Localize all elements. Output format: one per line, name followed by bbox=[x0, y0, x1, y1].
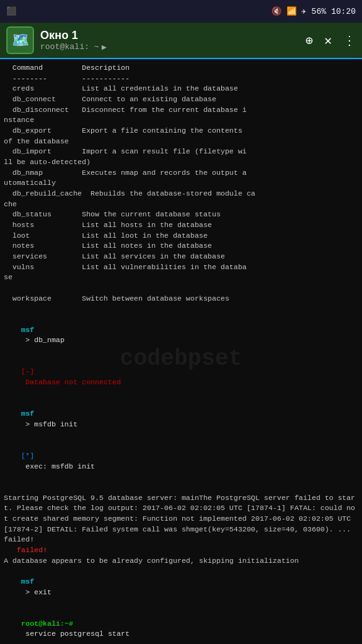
cmd-services: services List all services in the databa… bbox=[4, 252, 358, 262]
cmd-db-disconnect: db_disconnect Disconnect from the curren… bbox=[4, 105, 358, 116]
title-bar: 🗺️ Окно 1 root@kali: ~ ▶ ⊕ ✕ ⋮ bbox=[0, 23, 362, 59]
cmd-db-rebuild: db_rebuild_cache Rebuilds the database-s… bbox=[4, 189, 358, 199]
cmd-loot: loot List all loot in the database bbox=[4, 231, 358, 242]
msf-msfdb-prompt: msf > msfdb init bbox=[4, 399, 358, 441]
battery-percent: 56% bbox=[312, 7, 326, 16]
window-title: Окно 1 bbox=[40, 29, 305, 42]
cmd-db-disconnect-wrap: nstance bbox=[4, 115, 358, 126]
airplane-icon: ✈ bbox=[302, 6, 307, 16]
time-display: 10:20 bbox=[331, 7, 356, 16]
status-right: 🔇 📶 ✈ 56% 10:20 bbox=[272, 6, 356, 16]
cmd-db-import-wrap: ll be auto-detected) bbox=[4, 157, 358, 168]
title-text: Окно 1 root@kali: ~ ▶ bbox=[40, 29, 305, 52]
signal-icon: ▶ bbox=[102, 42, 107, 52]
root-service-cmd: root@kali:~# service postgresql start bbox=[4, 608, 358, 644]
app-icon: 🗺️ bbox=[6, 26, 34, 54]
cmd-db-import: db_import Import a scan result file (fil… bbox=[4, 147, 358, 157]
screen-icon: ⬛ bbox=[6, 6, 16, 16]
cmd-db-connect: db_connect Connect to an existing databa… bbox=[4, 94, 358, 105]
status-left: ⬛ bbox=[6, 6, 16, 16]
status-bar: ⬛ 🔇 📶 ✈ 56% 10:20 bbox=[0, 0, 362, 23]
cmd-vulns-wrap: se bbox=[4, 272, 358, 283]
mute-icon: 🔇 bbox=[272, 6, 282, 16]
blank-2 bbox=[4, 304, 358, 314]
db-not-connected-error: [-] Database not connected bbox=[4, 357, 358, 399]
cmd-db-export-wrap: of the database bbox=[4, 136, 358, 147]
help-separator: -------- ----------- bbox=[4, 74, 358, 84]
cmd-db-export: db_export Export a file containing the c… bbox=[4, 126, 358, 136]
cmd-db-status: db_status Show the current database stat… bbox=[4, 209, 358, 220]
title-actions: ⊕ ✕ ⋮ bbox=[305, 33, 356, 48]
help-header: Command Description bbox=[4, 63, 358, 74]
cmd-db-nmap-wrap: utomatically bbox=[4, 178, 358, 189]
cmd-workspace: workspace Switch between database worksp… bbox=[4, 294, 358, 304]
exec-msfdb-info: [*] exec: msfdb init bbox=[4, 440, 358, 482]
failed-1: failed! bbox=[4, 545, 358, 556]
cmd-db-rebuild-wrap: che bbox=[4, 199, 358, 210]
prompt-label: root@kali: ~ ▶ bbox=[40, 42, 305, 52]
close-button[interactable]: ✕ bbox=[324, 33, 332, 48]
menu-button[interactable]: ⋮ bbox=[343, 33, 356, 48]
msf-exit-prompt: msf > exit bbox=[4, 566, 358, 608]
wifi-icon: 📶 bbox=[287, 6, 297, 16]
db-already-configured: A database appears to be already configu… bbox=[4, 556, 358, 567]
pg-start-output: Starting PostgreSQL 9.5 database server:… bbox=[4, 493, 358, 545]
cmd-creds: creds List all credentials in the databa… bbox=[4, 84, 358, 94]
blank-1 bbox=[4, 283, 358, 294]
blank-3 bbox=[4, 482, 358, 493]
cmd-db-nmap: db_nmap Executes nmap and records the ou… bbox=[4, 168, 358, 179]
cmd-vulns: vulns List all vulnerabilities in the da… bbox=[4, 262, 358, 273]
add-button[interactable]: ⊕ bbox=[305, 33, 313, 48]
msf-dbnmap-prompt: msf > db_nmap bbox=[4, 314, 358, 357]
cmd-notes: notes List all notes in the database bbox=[4, 241, 358, 252]
cmd-hosts: hosts List all hosts in the database bbox=[4, 220, 358, 231]
terminal[interactable]: Command Description -------- -----------… bbox=[0, 59, 362, 644]
